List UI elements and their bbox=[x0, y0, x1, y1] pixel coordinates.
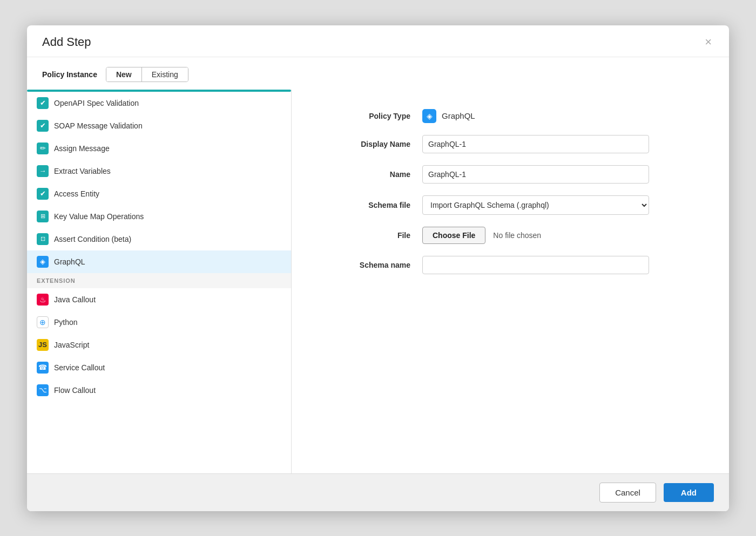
flow-icon: ⌥ bbox=[37, 384, 49, 396]
policy-type-label: Policy Type bbox=[324, 112, 410, 120]
schema-name-input[interactable] bbox=[422, 256, 649, 274]
keyvalue-icon: ⊞ bbox=[37, 211, 49, 222]
list-item-label: Access Entity bbox=[54, 189, 99, 198]
display-name-value bbox=[422, 135, 697, 153]
choose-file-button[interactable]: Choose File bbox=[422, 227, 485, 244]
python-icon: ⊕ bbox=[37, 316, 49, 328]
schema-name-row: Schema name bbox=[324, 256, 697, 274]
policy-type-icon: ◈ bbox=[422, 109, 436, 123]
policy-type-row: Policy Type ◈ GraphQL bbox=[324, 109, 697, 123]
file-value: Choose File No file chosen bbox=[422, 227, 697, 244]
schema-file-select[interactable]: Import GraphQL Schema (.graphql) bbox=[422, 195, 649, 215]
list-item-label: Assert Condition (beta) bbox=[54, 235, 131, 243]
list-item-javascript[interactable]: JS JavaScript bbox=[27, 334, 291, 356]
list-item-access[interactable]: ✔ Access Entity bbox=[27, 182, 291, 205]
display-name-input[interactable] bbox=[422, 135, 649, 153]
schema-file-label: Schema file bbox=[324, 201, 410, 209]
dialog-title: Add Step bbox=[42, 35, 91, 49]
schema-name-label: Schema name bbox=[324, 261, 410, 269]
js-icon: JS bbox=[37, 339, 49, 351]
name-label: Name bbox=[324, 170, 410, 179]
file-label: File bbox=[324, 231, 410, 240]
openapi-icon: ✔ bbox=[37, 97, 49, 109]
list-item-assert[interactable]: ⊡ Assert Condition (beta) bbox=[27, 228, 291, 250]
dialog-footer: Cancel Add bbox=[27, 473, 729, 511]
list-item-label: Service Callout bbox=[54, 363, 105, 372]
list-item-openapi[interactable]: ✔ OpenAPI Spec Validation bbox=[27, 92, 291, 114]
extension-section-header: EXTENSION bbox=[27, 273, 291, 288]
extract-icon: → bbox=[37, 165, 49, 177]
list-item-flow[interactable]: ⌥ Flow Callout bbox=[27, 379, 291, 402]
name-row: Name bbox=[324, 165, 697, 184]
list-item-extract[interactable]: → Extract Variables bbox=[27, 160, 291, 182]
list-item-java[interactable]: ♨ Java Callout bbox=[27, 288, 291, 311]
existing-toggle[interactable]: Existing bbox=[142, 67, 188, 82]
dialog-body: ✔ OpenAPI Spec Validation ✔ SOAP Message… bbox=[27, 90, 729, 473]
schema-file-value: Import GraphQL Schema (.graphql) bbox=[422, 195, 697, 215]
add-step-dialog: Add Step × Policy Instance New Existing … bbox=[27, 25, 729, 511]
close-button[interactable]: × bbox=[703, 36, 714, 48]
list-item-label: JavaScript bbox=[54, 341, 89, 349]
add-button[interactable]: Add bbox=[664, 483, 714, 502]
cancel-button[interactable]: Cancel bbox=[599, 483, 656, 503]
list-item-label: Assign Message bbox=[54, 144, 110, 153]
policy-instance-toggle: New Existing bbox=[106, 67, 188, 82]
new-toggle[interactable]: New bbox=[106, 67, 142, 82]
policy-instance-label: Policy Instance bbox=[42, 70, 97, 79]
display-name-label: Display Name bbox=[324, 140, 410, 148]
list-item-label: OpenAPI Spec Validation bbox=[54, 99, 139, 107]
service-icon: ☎ bbox=[37, 362, 49, 374]
schema-file-row: Schema file Import GraphQL Schema (.grap… bbox=[324, 195, 697, 215]
list-item-label: Python bbox=[54, 318, 78, 327]
java-icon: ♨ bbox=[37, 294, 49, 306]
file-row: File Choose File No file chosen bbox=[324, 227, 697, 244]
dialog-header: Add Step × bbox=[27, 25, 729, 57]
display-name-row: Display Name bbox=[324, 135, 697, 153]
list-item-label: Java Callout bbox=[54, 295, 96, 304]
right-panel: Policy Type ◈ GraphQL Display Name Name bbox=[292, 90, 729, 473]
soap-icon: ✔ bbox=[37, 120, 49, 132]
list-item-keyvalue[interactable]: ⊞ Key Value Map Operations bbox=[27, 205, 291, 228]
list-item-python[interactable]: ⊕ Python bbox=[27, 311, 291, 334]
schema-name-value bbox=[422, 256, 697, 274]
no-file-label: No file chosen bbox=[493, 231, 541, 240]
list-item-label: Extract Variables bbox=[54, 167, 111, 175]
list-item-graphql[interactable]: ◈ GraphQL bbox=[27, 250, 291, 273]
list-item-assign[interactable]: ✏ Assign Message bbox=[27, 137, 291, 160]
list-item-label: GraphQL bbox=[54, 257, 85, 266]
name-value bbox=[422, 165, 697, 184]
list-item-label: Flow Callout bbox=[54, 386, 96, 395]
list-item-label: Key Value Map Operations bbox=[54, 212, 144, 221]
access-icon: ✔ bbox=[37, 188, 49, 200]
left-panel: ✔ OpenAPI Spec Validation ✔ SOAP Message… bbox=[27, 90, 292, 473]
policy-type-value: ◈ GraphQL bbox=[422, 109, 697, 123]
assert-icon: ⊡ bbox=[37, 233, 49, 245]
name-input[interactable] bbox=[422, 165, 649, 184]
list-item-soap[interactable]: ✔ SOAP Message Validation bbox=[27, 114, 291, 137]
list-item-service[interactable]: ☎ Service Callout bbox=[27, 356, 291, 379]
policy-instance-bar: Policy Instance New Existing bbox=[27, 57, 729, 90]
assign-icon: ✏ bbox=[37, 143, 49, 154]
list-item-label: SOAP Message Validation bbox=[54, 121, 143, 130]
graphql-icon: ◈ bbox=[37, 256, 49, 268]
policy-type-name: GraphQL bbox=[442, 111, 475, 120]
